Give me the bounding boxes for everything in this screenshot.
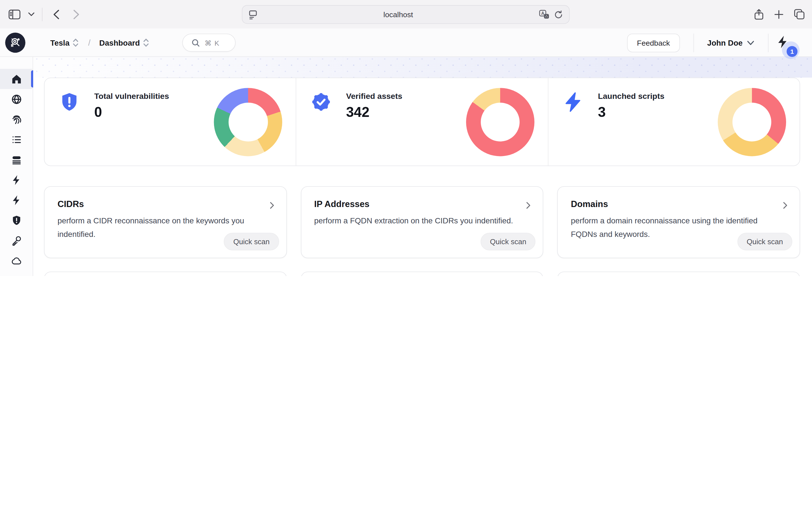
chevron-right-icon[interactable] — [524, 201, 532, 209]
stat-card-launched-scripts: Launched scripts 3 — [548, 78, 800, 165]
chevron-down-icon — [747, 40, 755, 45]
reload-icon[interactable] — [554, 10, 563, 19]
user-menu[interactable]: John Doe — [707, 38, 755, 47]
cloud-icon — [11, 255, 22, 266]
sidebar-item-home[interactable] — [0, 69, 33, 89]
card-title: Domains — [571, 199, 786, 210]
chevron-down-icon[interactable] — [28, 12, 35, 17]
chevron-right-icon[interactable] — [781, 201, 789, 209]
search-icon — [192, 39, 200, 47]
lightning-icon — [563, 92, 583, 112]
browser-chrome: localhost A∴ — [0, 0, 812, 29]
header-divider — [768, 33, 769, 52]
sidebar-item-fingerprint[interactable] — [0, 109, 33, 129]
home-icon — [11, 73, 22, 84]
rows-icon — [11, 154, 22, 165]
stat-value: 0 — [94, 105, 169, 121]
svg-text:A: A — [541, 11, 544, 16]
card-subdomains[interactable]: Subdomains perform a subdomain reconnais… — [44, 272, 287, 276]
svg-text:∴: ∴ — [545, 14, 548, 18]
tab-overview-icon[interactable] — [794, 9, 805, 20]
breadcrumb-separator: / — [88, 38, 91, 47]
user-name: John Doe — [707, 38, 743, 47]
key-icon — [11, 235, 22, 246]
search-shortcut: ⌘ K — [205, 39, 220, 47]
new-tab-icon[interactable] — [774, 10, 783, 19]
card-nmap-scans[interactable]: NMAP Scans perform a NMAP scan on all th… — [301, 272, 544, 276]
chrome-divider — [42, 8, 43, 21]
sidebar-item-cloud[interactable] — [0, 250, 33, 271]
address-bar[interactable]: localhost A∴ — [242, 5, 570, 24]
sidebar-item-scans[interactable] — [0, 170, 33, 190]
header-banner-pattern — [34, 57, 812, 77]
sidebar-item-vulnerabilities[interactable] — [0, 210, 33, 230]
bolt-icon — [11, 174, 22, 185]
bolt-icon — [11, 194, 22, 206]
map-pin-icon — [11, 275, 22, 276]
notification-badge: 1 — [786, 46, 798, 57]
sidebar-item-rows[interactable] — [0, 150, 33, 170]
card-title: IP Addresses — [314, 199, 530, 210]
page-switcher[interactable]: Dashboard — [99, 38, 150, 48]
verified-assets-donut-chart — [466, 88, 534, 156]
launched-scripts-donut-chart — [718, 88, 786, 156]
stat-label: Verified assets — [346, 92, 402, 101]
sidebar-toggle-icon[interactable] — [8, 9, 20, 19]
search-input[interactable]: ⌘ K — [183, 34, 236, 52]
back-icon[interactable] — [53, 9, 59, 19]
sidebar-item-scripts[interactable] — [0, 190, 33, 210]
quick-scan-button[interactable]: Quick scan — [737, 233, 792, 250]
stat-value: 3 — [598, 105, 665, 121]
url-text[interactable]: localhost — [257, 10, 539, 18]
workspace-switcher[interactable]: Tesla — [50, 38, 79, 48]
share-icon[interactable] — [754, 8, 764, 20]
verified-badge-icon — [311, 92, 332, 112]
sidebar-nav — [0, 57, 33, 276]
globe-icon — [11, 94, 22, 105]
stat-label: Launched scripts — [598, 92, 665, 101]
sidebar-item-globe[interactable] — [0, 89, 33, 109]
shield-alert-icon — [59, 92, 80, 112]
card-cidrs[interactable]: CIDRs perform a CIDR reconnaissance on t… — [44, 186, 287, 258]
stat-card-verified-assets: Verified assets 342 — [296, 78, 548, 165]
stat-card-vulnerabilities: Total vulnerabilities 0 — [45, 78, 296, 165]
translate-icon[interactable]: A∴ — [539, 10, 550, 19]
app-header: Tesla / Dashboard ⌘ K Feedback John Doe — [0, 29, 812, 57]
forward-icon[interactable] — [73, 9, 80, 19]
chevron-right-icon[interactable] — [267, 201, 276, 209]
page-title: Dashboard — [99, 38, 140, 47]
stat-value: 342 — [346, 105, 402, 121]
fingerprint-icon — [11, 114, 22, 125]
app-logo[interactable] — [5, 33, 26, 53]
notifications-button[interactable]: 1 — [775, 33, 798, 56]
card-httpx-scans[interactable]: HTTPX Scans perform a HTTPX scan on all … — [557, 272, 800, 276]
quick-scan-button[interactable]: Quick scan — [481, 233, 536, 250]
shield-alert-icon — [11, 214, 22, 226]
app-window: localhost A∴ Tesla — [0, 0, 812, 276]
sidebar-item-keys[interactable] — [0, 230, 33, 250]
list-icon — [11, 134, 22, 145]
quick-scan-button[interactable]: Quick scan — [224, 233, 279, 250]
reader-icon[interactable] — [249, 10, 257, 19]
stats-row: Total vulnerabilities 0 Verified assets … — [44, 78, 800, 166]
workspace-name: Tesla — [50, 38, 69, 47]
header-divider — [693, 33, 694, 52]
card-ip-addresses[interactable]: IP Addresses perform a FQDN extraction o… — [301, 186, 544, 258]
sidebar-item-list[interactable] — [0, 129, 33, 150]
card-description: perform a FQDN extraction on the CIDRs y… — [314, 214, 521, 228]
feedback-button[interactable]: Feedback — [627, 33, 680, 52]
vulnerabilities-donut-chart — [214, 88, 282, 156]
card-domains[interactable]: Domains perform a domain reconnaissance … — [557, 186, 800, 258]
stat-label: Total vulnerabilities — [94, 92, 169, 101]
sidebar-item-locations[interactable] — [0, 271, 33, 276]
action-cards-grid: CIDRs perform a CIDR reconnaissance on t… — [44, 186, 800, 276]
card-title: CIDRs — [57, 199, 273, 210]
